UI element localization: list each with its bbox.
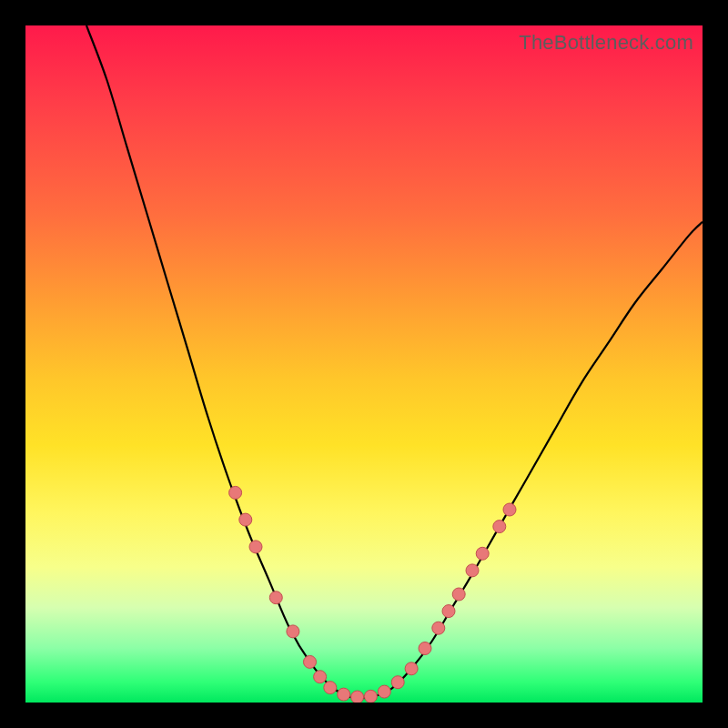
data-point	[391, 676, 404, 689]
data-point	[351, 691, 364, 703]
data-point	[493, 521, 506, 533]
data-point	[476, 547, 489, 560]
data-point	[466, 564, 479, 577]
data-points-layer	[25, 25, 703, 703]
data-point	[324, 682, 337, 694]
data-point	[378, 685, 390, 698]
data-point	[452, 588, 465, 601]
data-point	[338, 688, 350, 701]
chart-container: TheBottleneck.com	[0, 0, 728, 728]
data-point	[405, 662, 418, 675]
data-point	[269, 592, 282, 604]
data-point	[239, 513, 252, 526]
data-point	[287, 625, 299, 638]
data-point	[229, 486, 242, 499]
data-point	[314, 671, 327, 683]
data-point	[304, 655, 317, 668]
data-point	[503, 503, 516, 516]
data-point	[442, 605, 455, 618]
data-point	[364, 690, 377, 703]
data-point	[249, 541, 262, 553]
data-point	[432, 622, 445, 634]
data-point	[419, 642, 431, 655]
plot-area: TheBottleneck.com	[25, 25, 703, 703]
